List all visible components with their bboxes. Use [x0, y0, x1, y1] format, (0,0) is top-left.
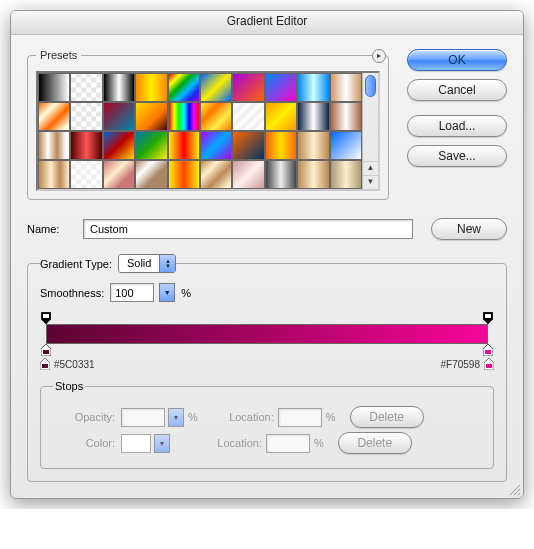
preset-scrollbar[interactable]: ▲ ▼	[362, 73, 378, 189]
preset-swatch[interactable]	[70, 102, 102, 131]
location-label: Location:	[212, 411, 274, 423]
preset-swatch[interactable]	[103, 131, 135, 160]
preset-swatch[interactable]	[168, 102, 200, 131]
presets-group: Presets ▸ ▲ ▼	[27, 49, 389, 200]
preset-swatch[interactable]	[38, 160, 70, 189]
resize-grip-icon[interactable]	[507, 482, 521, 496]
opacity-stop-right[interactable]	[483, 312, 493, 324]
gradient-track[interactable]	[40, 312, 494, 356]
preset-swatch[interactable]	[200, 102, 232, 131]
preset-swatch[interactable]	[70, 131, 102, 160]
smoothness-dropdown[interactable]: ▼	[159, 283, 175, 302]
preset-swatch[interactable]	[135, 160, 167, 189]
preset-swatch[interactable]	[297, 131, 329, 160]
svg-rect-3	[485, 350, 491, 354]
preset-swatch[interactable]	[103, 102, 135, 131]
scroll-track[interactable]	[363, 73, 378, 161]
cancel-button[interactable]: Cancel	[407, 79, 507, 101]
color-label: Color:	[53, 437, 115, 449]
preset-swatch[interactable]	[200, 160, 232, 189]
preset-swatch[interactable]	[297, 73, 329, 102]
scroll-down-icon[interactable]: ▼	[363, 175, 378, 189]
preset-swatch[interactable]	[297, 102, 329, 131]
svg-rect-1	[485, 314, 491, 318]
new-button[interactable]: New	[431, 218, 507, 240]
color-stop-left[interactable]	[41, 344, 51, 356]
gradient-preview	[46, 324, 488, 344]
color-stop-right[interactable]	[483, 344, 493, 356]
preset-swatch[interactable]	[38, 73, 70, 102]
preset-swatch[interactable]	[103, 73, 135, 102]
presets-flyout-icon[interactable]: ▸	[372, 49, 386, 63]
gradient-type-label: Gradient Type:	[40, 258, 112, 270]
preset-swatch[interactable]	[168, 160, 200, 189]
stops-group: Stops Opacity: ▼ % Location: % Delete Co…	[40, 380, 494, 469]
preset-swatch[interactable]	[103, 160, 135, 189]
name-label: Name:	[27, 223, 75, 235]
preset-swatch[interactable]	[168, 73, 200, 102]
svg-rect-0	[43, 314, 49, 318]
preset-swatch[interactable]	[70, 160, 102, 189]
gradient-type-select[interactable]: Solid ▲▼	[118, 254, 176, 273]
presets-legend: Presets	[36, 49, 81, 61]
preset-swatch[interactable]	[265, 131, 297, 160]
preset-swatch[interactable]	[135, 73, 167, 102]
color-stop-right-value: #F70598	[441, 359, 480, 370]
preset-swatch[interactable]	[265, 102, 297, 131]
opacity-dropdown[interactable]: ▼	[168, 408, 184, 427]
ok-button[interactable]: OK	[407, 49, 507, 71]
svg-line-8	[518, 493, 520, 495]
preset-swatch[interactable]	[232, 102, 264, 131]
preset-swatch[interactable]	[135, 131, 167, 160]
color-swatch-input[interactable]	[121, 434, 151, 453]
svg-rect-5	[486, 364, 492, 368]
preset-swatch[interactable]	[200, 73, 232, 102]
color-stop-left-value: #5C0331	[54, 359, 95, 370]
preset-swatch[interactable]	[38, 102, 70, 131]
preset-swatch[interactable]	[232, 160, 264, 189]
preset-swatch[interactable]	[330, 73, 362, 102]
percent-label: %	[181, 287, 191, 299]
preset-swatch[interactable]	[330, 160, 362, 189]
load-button[interactable]: Load...	[407, 115, 507, 137]
opacity-stop-left[interactable]	[41, 312, 51, 324]
preset-swatch[interactable]	[168, 131, 200, 160]
color-dropdown[interactable]: ▼	[154, 434, 170, 453]
svg-rect-4	[42, 364, 48, 368]
opacity-label: Opacity:	[53, 411, 115, 423]
delete-opacity-stop-button[interactable]: Delete	[350, 406, 424, 428]
smoothness-label: Smoothness:	[40, 287, 104, 299]
preset-swatch[interactable]	[135, 102, 167, 131]
scroll-up-icon[interactable]: ▲	[363, 161, 378, 175]
gradient-editor-dialog: Gradient Editor Presets ▸ ▲ ▼	[10, 10, 524, 499]
preset-swatch[interactable]	[265, 160, 297, 189]
preset-swatch[interactable]	[265, 73, 297, 102]
preset-swatch[interactable]	[200, 131, 232, 160]
updown-icon: ▲▼	[159, 255, 175, 272]
opacity-location-input[interactable]	[278, 408, 322, 427]
dialog-buttons: OK Cancel Load... Save...	[407, 49, 507, 167]
preset-swatch[interactable]	[232, 73, 264, 102]
color-swatch-left-icon	[40, 358, 50, 370]
preset-grid	[38, 73, 362, 189]
preset-swatch[interactable]	[330, 102, 362, 131]
gradient-type-group: Gradient Type: Solid ▲▼ Smoothness: ▼ %	[27, 254, 507, 482]
smoothness-input[interactable]	[110, 283, 154, 302]
svg-rect-2	[43, 350, 49, 354]
color-location-input[interactable]	[266, 434, 310, 453]
location-label-2: Location:	[200, 437, 262, 449]
save-button[interactable]: Save...	[407, 145, 507, 167]
preset-swatch[interactable]	[232, 131, 264, 160]
preset-swatch[interactable]	[38, 131, 70, 160]
color-swatch-right-icon	[484, 358, 494, 370]
delete-color-stop-button[interactable]: Delete	[338, 432, 412, 454]
scroll-thumb[interactable]	[365, 75, 376, 97]
name-input[interactable]	[83, 219, 413, 239]
stops-legend: Stops	[53, 380, 85, 392]
preset-swatch[interactable]	[70, 73, 102, 102]
preset-swatch[interactable]	[330, 131, 362, 160]
preset-swatch[interactable]	[297, 160, 329, 189]
window-title: Gradient Editor	[11, 11, 523, 35]
opacity-input[interactable]	[121, 408, 165, 427]
